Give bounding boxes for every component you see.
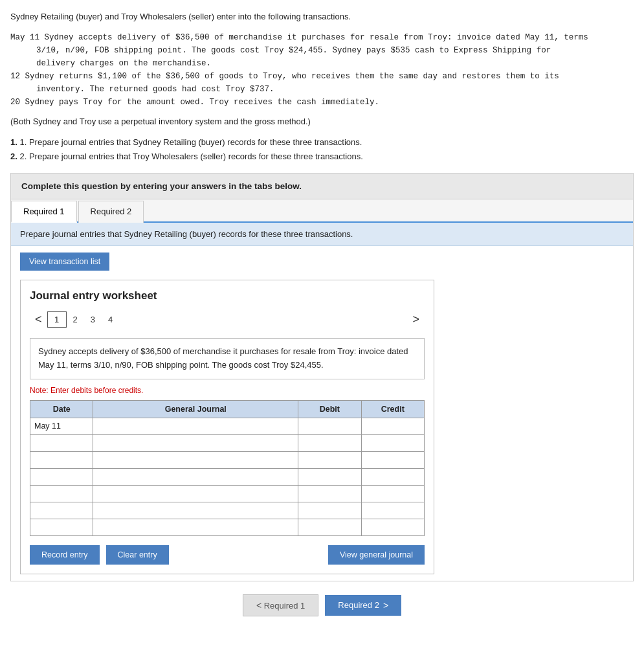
credit-cell-1[interactable] [361,418,424,434]
debit-input-1[interactable] [298,418,361,434]
col-general-journal: General Journal [93,400,298,418]
date-cell-4 [30,468,93,485]
journal-input-5[interactable] [93,486,298,502]
req1-chevron: < [256,600,261,611]
req2-label: Required 2 [338,600,379,610]
worksheet-box: Journal entry worksheet < 1 2 3 4 > Sydn… [20,280,434,574]
clear-entry-button[interactable]: Clear entry [106,545,169,565]
date-cell-5 [30,485,93,502]
table-row [30,519,425,535]
credit-input-3[interactable] [362,452,424,468]
instructions: 1. 1. Prepare journal entries that Sydne… [10,135,634,164]
debit-input-7[interactable] [298,519,361,535]
complete-box: Complete this question by entering your … [10,173,634,199]
debit-cell-4[interactable] [298,468,361,485]
question1: 1. 1. Prepare journal entries that Sydne… [10,135,634,150]
may20: 20 Sydney pays Troy for the amount owed.… [10,96,634,109]
table-row: May 11 [30,418,425,434]
credit-input-5[interactable] [362,486,424,502]
page-3[interactable]: 3 [84,312,102,327]
table-row [30,502,425,519]
journal-input-6[interactable] [93,502,298,519]
debit-cell-5[interactable] [298,485,361,502]
debit-cell-7[interactable] [298,519,361,535]
req2-chevron: > [383,600,388,611]
table-row [30,451,425,468]
debit-cell-6[interactable] [298,502,361,519]
req1-label: Required 1 [264,601,305,611]
may11-cont1: 3/10, n/90, FOB shipping point. The good… [36,44,634,57]
record-entry-button[interactable]: Record entry [30,545,100,565]
journal-input-1[interactable] [93,418,298,434]
tab-required2[interactable]: Required 2 [78,201,144,223]
both-text: (Both Sydney and Troy use a perpetual in… [10,115,634,128]
table-row [30,485,425,502]
note-text: Note: Enter debits before credits. [30,386,425,395]
debit-input-4[interactable] [298,469,361,485]
debit-cell-3[interactable] [298,451,361,468]
debit-input-5[interactable] [298,486,361,502]
date-cell-3 [30,451,93,468]
journal-cell-7[interactable] [93,519,298,535]
journal-cell-3[interactable] [93,451,298,468]
required1-nav-button[interactable]: < Required 1 [243,594,318,616]
both-note: (Both Sydney and Troy use a perpetual in… [10,115,634,128]
date-cell-7 [30,519,93,535]
journal-cell-6[interactable] [93,502,298,519]
journal-input-4[interactable] [93,469,298,485]
may11-cont2: delivery charges on the merchandise. [36,57,634,70]
credit-cell-5[interactable] [361,485,424,502]
credit-input-4[interactable] [362,469,424,485]
required2-nav-button[interactable]: Required 2 > [325,595,401,616]
nav-row: < 1 2 3 4 > [30,310,425,329]
credit-cell-2[interactable] [361,434,424,451]
credit-input-1[interactable] [362,418,424,434]
bottom-nav: < Required 1 Required 2 > [10,594,634,616]
tabs-container: Required 1 Required 2 Prepare journal en… [10,199,634,581]
intro-section: Sydney Retailing (buyer) and Troy Wholes… [10,10,634,23]
tab-required1[interactable]: Required 1 [11,201,77,223]
debit-cell-2[interactable] [298,434,361,451]
buttons-row: Record entry Clear entry View general jo… [30,545,425,565]
credit-input-7[interactable] [362,519,424,535]
journal-input-3[interactable] [93,452,298,468]
prev-arrow[interactable]: < [30,310,47,329]
journal-cell-5[interactable] [93,485,298,502]
view-transaction-button[interactable]: View transaction list [20,253,109,271]
may12: 12 Sydney returns $1,100 of the $36,500 … [10,70,634,83]
page-1[interactable]: 1 [47,311,67,328]
debit-cell-1[interactable] [298,418,361,434]
col-date: Date [30,400,93,418]
journal-table: Date General Journal Debit Credit May 11 [30,400,425,536]
credit-input-6[interactable] [362,502,424,519]
description-box: Sydney accepts delivery of $36,500 of me… [30,338,425,379]
page-2[interactable]: 2 [67,312,84,327]
journal-input-2[interactable] [93,435,298,451]
journal-input-7[interactable] [93,519,298,535]
table-row [30,434,425,451]
date-cell-1: May 11 [30,418,93,434]
description-text: Sydney accepts delivery of $36,500 of me… [38,346,408,370]
question2: 2. 2. Prepare journal entries that Troy … [10,150,634,164]
view-general-journal-button[interactable]: View general journal [328,545,425,565]
journal-cell-1[interactable] [93,418,298,434]
credit-cell-7[interactable] [361,519,424,535]
credit-cell-3[interactable] [361,451,424,468]
transaction-block: May 11 Sydney accepts delivery of $36,50… [10,31,634,109]
may11-main: May 11 Sydney accepts delivery of $36,50… [10,31,634,44]
page-4[interactable]: 4 [102,312,119,327]
worksheet-title: Journal entry worksheet [30,289,425,302]
journal-cell-4[interactable] [93,468,298,485]
credit-cell-6[interactable] [361,502,424,519]
tab-header-text: Prepare journal entries that Sydney Reta… [20,229,353,239]
debit-input-6[interactable] [298,502,361,519]
next-arrow[interactable]: > [407,310,425,329]
may12-cont: inventory. The returned goods had cost T… [36,83,634,96]
debit-input-2[interactable] [298,435,361,451]
credit-cell-4[interactable] [361,468,424,485]
credit-input-2[interactable] [362,435,424,451]
col-debit: Debit [298,400,361,418]
tab-body: View transaction list Journal entry work… [11,246,633,581]
journal-cell-2[interactable] [93,434,298,451]
debit-input-3[interactable] [298,452,361,468]
